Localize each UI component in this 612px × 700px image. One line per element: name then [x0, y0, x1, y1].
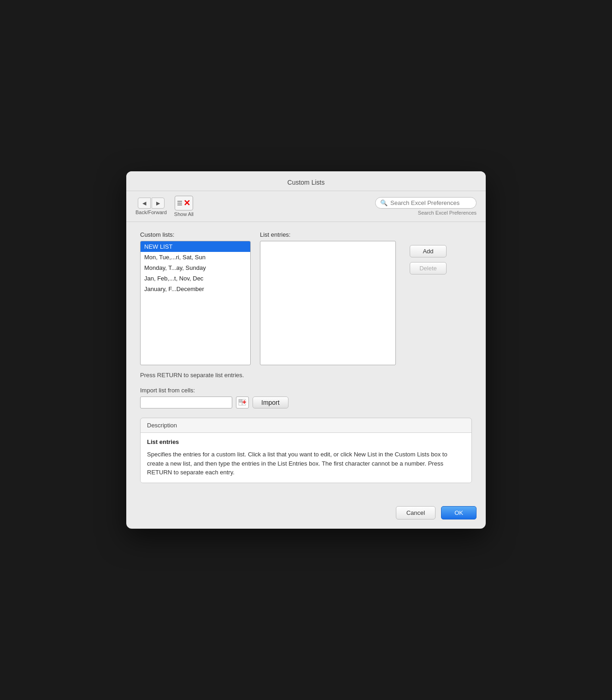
search-group: 🔍 Search Excel Preferences — [375, 197, 477, 216]
x-icon: ✕ — [183, 199, 190, 207]
svg-rect-0 — [239, 399, 242, 402]
nav-group: ◀ ▶ Back/Forward — [135, 198, 167, 215]
custom-lists-label: Custom lists: — [140, 231, 251, 238]
toolbar: ◀ ▶ Back/Forward ✕ Show All 🔍 Search Exc… — [126, 191, 486, 222]
forward-button[interactable]: ▶ — [152, 198, 165, 209]
search-box: 🔍 — [375, 197, 477, 209]
dialog-title: Custom Lists — [126, 171, 486, 191]
lines-icon — [177, 201, 182, 205]
list-item[interactable]: Monday, T...ay, Sunday — [141, 262, 250, 273]
cancel-button[interactable]: Cancel — [396, 506, 435, 519]
description-title: List entries — [147, 438, 465, 445]
custom-lists-dialog: Custom Lists ◀ ▶ Back/Forward ✕ Show All… — [126, 171, 486, 529]
show-all-label: Show All — [174, 211, 194, 217]
description-header: Description — [141, 418, 471, 433]
ok-button[interactable]: OK — [441, 506, 477, 519]
search-label: Search Excel Preferences — [418, 210, 477, 216]
import-button[interactable]: Import — [253, 397, 288, 408]
list-item[interactable]: Jan, Feb,...t, Nov, Dec — [141, 273, 250, 284]
list-entries-input[interactable] — [260, 241, 396, 365]
import-input[interactable] — [140, 397, 232, 408]
show-all-group[interactable]: ✕ Show All — [174, 196, 194, 217]
custom-lists-section: Custom lists: NEW LISTMon, Tue,...ri, Sa… — [140, 231, 251, 365]
search-icon: 🔍 — [380, 199, 388, 206]
nav-buttons: ◀ ▶ — [138, 198, 165, 209]
show-all-icon: ✕ — [175, 196, 193, 210]
add-button[interactable]: Add — [410, 245, 447, 257]
search-input[interactable] — [390, 199, 471, 206]
list-entries-section: List entries: — [260, 231, 396, 365]
import-section: Import list from cells: Import — [140, 387, 472, 408]
hint-text: Press RETURN to separate list entries. — [140, 372, 472, 379]
svg-rect-2 — [239, 402, 242, 405]
custom-list-box[interactable]: NEW LISTMon, Tue,...ri, Sat, SunMonday, … — [140, 241, 251, 365]
back-button[interactable]: ◀ — [138, 198, 151, 209]
list-item[interactable]: Mon, Tue,...ri, Sat, Sun — [141, 252, 250, 262]
list-entries-label: List entries: — [260, 231, 396, 238]
lists-row: Custom lists: NEW LISTMon, Tue,...ri, Sa… — [140, 231, 472, 365]
footer-buttons: Cancel OK — [126, 502, 486, 529]
title-text: Custom Lists — [288, 179, 325, 186]
dialog-content: Custom lists: NEW LISTMon, Tue,...ri, Sa… — [126, 222, 486, 502]
description-body: List entries Specifies the entries for a… — [141, 433, 471, 483]
grid-select-icon[interactable] — [236, 397, 249, 408]
back-forward-label: Back/Forward — [135, 210, 167, 215]
description-section: Description List entries Specifies the e… — [140, 418, 472, 483]
list-item[interactable]: January, F...December — [141, 284, 250, 294]
action-buttons: Add Delete — [410, 231, 447, 274]
list-item[interactable]: NEW LIST — [141, 241, 250, 252]
description-text: Specifies the entries for a custom list.… — [147, 450, 465, 477]
import-label: Import list from cells: — [140, 387, 472, 394]
delete-button[interactable]: Delete — [410, 262, 447, 274]
import-controls: Import — [140, 397, 472, 408]
